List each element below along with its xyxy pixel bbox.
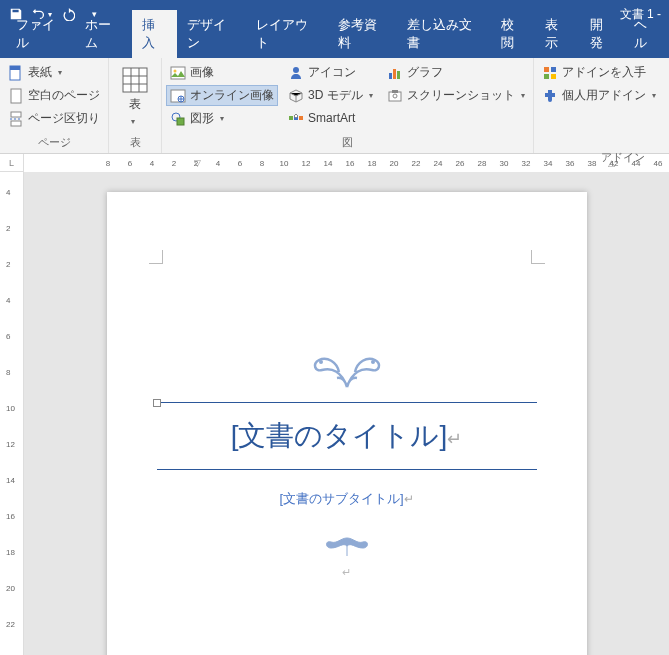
cmd-label: 表紙 [28, 64, 52, 81]
ruler-number: 32 [522, 159, 531, 168]
ruler-number: 18 [6, 548, 15, 557]
online-picture-icon [170, 88, 186, 104]
cmd-label: 画像 [190, 64, 214, 81]
3d-models-button[interactable]: 3D モデル▾ [284, 85, 377, 106]
screenshot-icon [387, 88, 403, 104]
tab-home[interactable]: ホーム [75, 10, 132, 58]
online-pictures-button[interactable]: オンライン画像 [166, 85, 278, 106]
icons-icon [288, 65, 304, 81]
ruler-number: 2 [6, 260, 10, 269]
svg-rect-20 [299, 116, 303, 120]
svg-rect-28 [551, 67, 556, 72]
icons-button[interactable]: アイコン [284, 62, 377, 83]
ruler-number: 18 [368, 159, 377, 168]
group-illustrations: 画像 オンライン画像 図形▾ アイコン 3D モデル▾ [162, 58, 534, 153]
pictures-button[interactable]: 画像 [166, 62, 278, 83]
screenshot-button[interactable]: スクリーンショット▾ [383, 85, 529, 106]
ruler-number: 4 [150, 159, 154, 168]
tab-mailings[interactable]: 差し込み文書 [397, 10, 491, 58]
tab-help[interactable]: ヘル [624, 10, 669, 58]
shapes-button[interactable]: 図形▾ [166, 108, 278, 129]
ruler-number: 12 [302, 159, 311, 168]
title-block[interactable]: [文書のタイトル]↵ [157, 402, 537, 470]
flourish-icon [317, 532, 377, 560]
svg-rect-22 [393, 69, 396, 79]
svg-point-32 [371, 360, 375, 364]
cmd-label: 3D モデル [308, 87, 363, 104]
page-break-icon [8, 111, 24, 127]
ruler-number: 42 [610, 159, 619, 168]
tab-design[interactable]: デザイン [177, 10, 246, 58]
picture-icon [170, 65, 186, 81]
svg-rect-18 [289, 116, 293, 120]
margin-corner [149, 250, 163, 264]
page-break-button[interactable]: ページ区切り [4, 108, 104, 129]
paragraph-mark-icon: ↵ [404, 492, 414, 506]
ruler-number: 20 [390, 159, 399, 168]
cmd-label: 個人用アドイン [562, 87, 646, 104]
tab-view[interactable]: 表示 [535, 10, 580, 58]
ruler-number: 12 [6, 440, 15, 449]
smartart-icon [288, 110, 304, 126]
document-page[interactable]: [文書のタイトル]↵ [文書のサブタイトル]↵ ↵ [107, 192, 587, 655]
group-pages: 表紙▾ 空白のページ ページ区切り ページ [0, 58, 109, 153]
svg-point-31 [319, 360, 323, 364]
blank-page-button[interactable]: 空白のページ [4, 85, 104, 106]
vertical-ruler[interactable]: 42246810121416182022 [0, 172, 24, 655]
tab-insert[interactable]: 挿入 [132, 10, 177, 58]
addin-icon [542, 88, 558, 104]
tab-layout[interactable]: レイアウト [246, 10, 328, 58]
ruler-number: 22 [6, 620, 15, 629]
group-label: ページ [4, 133, 104, 153]
shapes-icon [170, 111, 186, 127]
svg-rect-30 [551, 74, 556, 79]
table-button[interactable]: 表▾ [113, 60, 157, 133]
svg-rect-11 [171, 67, 185, 79]
content-control-handle[interactable] [153, 399, 161, 407]
ruler-number: 6 [128, 159, 132, 168]
page-area[interactable]: [文書のタイトル]↵ [文書のサブタイトル]↵ ↵ [24, 172, 669, 655]
tab-developer[interactable]: 開発 [580, 10, 625, 58]
svg-rect-26 [392, 90, 398, 93]
cmd-label: 空白のページ [28, 87, 100, 104]
svg-rect-4 [11, 121, 21, 126]
ribbon-tabs: ファイル ホーム 挿入 デザイン レイアウト 参考資料 差し込み文書 校閲 表示… [0, 28, 669, 58]
cmd-label: アドインを入手 [562, 64, 646, 81]
group-label: 図 [166, 133, 529, 153]
paragraph-mark-icon: ↵ [447, 429, 462, 449]
cmd-label: SmartArt [308, 111, 355, 125]
get-addins-button[interactable]: アドインを入手 [538, 62, 660, 83]
wikipedia-button[interactable]: W ウィキペディア [664, 60, 669, 148]
my-addins-button[interactable]: 個人用アドイン▾ [538, 85, 660, 106]
svg-rect-23 [397, 71, 400, 79]
cover-page-button[interactable]: 表紙▾ [4, 62, 104, 83]
svg-point-17 [293, 67, 299, 73]
flourish-icon [297, 352, 397, 392]
chevron-down-icon: ▾ [220, 114, 224, 123]
tab-selector[interactable]: L [0, 154, 24, 172]
cmd-label: グラフ [407, 64, 443, 81]
chevron-down-icon: ▾ [369, 91, 373, 100]
table-icon [119, 64, 151, 96]
svg-rect-3 [11, 112, 21, 117]
group-label: アドイン [538, 148, 669, 168]
tab-references[interactable]: 参考資料 [328, 10, 397, 58]
svg-rect-29 [544, 74, 549, 79]
ruler-number: 34 [544, 159, 553, 168]
ribbon: 表紙▾ 空白のページ ページ区切り ページ 表▾ 表 [0, 58, 669, 154]
subtitle-placeholder[interactable]: [文書のサブタイトル] [279, 491, 403, 506]
svg-rect-24 [389, 92, 401, 101]
tab-review[interactable]: 校閲 [491, 10, 536, 58]
ruler-number: 6 [238, 159, 242, 168]
svg-rect-1 [10, 66, 20, 70]
chart-button[interactable]: グラフ [383, 62, 529, 83]
cmd-label: 表 [129, 97, 141, 111]
paragraph-mark-icon: ↵ [147, 566, 547, 579]
svg-rect-6 [123, 68, 147, 92]
ruler-number: 2 [172, 159, 176, 168]
svg-rect-21 [389, 73, 392, 79]
tab-file[interactable]: ファイル [6, 10, 75, 58]
ruler-number: 16 [346, 159, 355, 168]
smartart-button[interactable]: SmartArt [284, 108, 377, 128]
title-placeholder[interactable]: [文書のタイトル] [231, 420, 448, 451]
